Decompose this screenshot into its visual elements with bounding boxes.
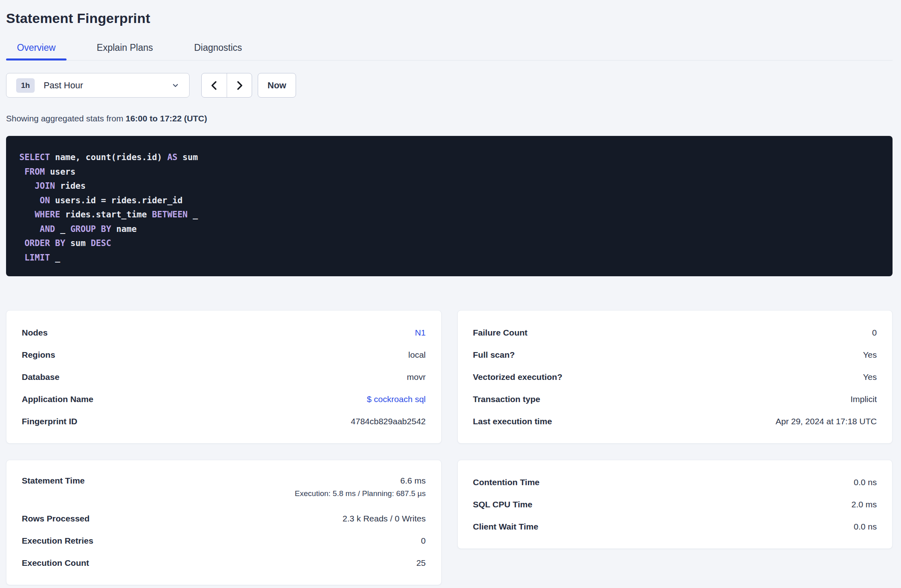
row-value: Implicit: [851, 394, 877, 404]
row-value: Yes: [863, 350, 877, 360]
stats-summary-prefix: Showing aggregated stats from: [6, 114, 126, 123]
statement-time-values: 6.6 ms Execution: 5.8 ms / Planning: 687…: [295, 476, 426, 498]
row-value: 0.0 ns: [854, 477, 877, 487]
row-application-name: Application Name $ cockroach sql: [22, 388, 426, 410]
active-tab-underline: [6, 58, 67, 60]
time-range-badge: 1h: [16, 78, 35, 93]
now-button[interactable]: Now: [258, 73, 296, 98]
details-card-grid: Nodes N1 Regions local Database movr App…: [6, 310, 893, 585]
row-client-wait-time: Client Wait Time 0.0 ns: [473, 515, 877, 538]
row-label: Nodes: [22, 328, 48, 338]
row-statement-time: Statement Time 6.6 ms Execution: 5.8 ms …: [22, 471, 426, 507]
row-value: movr: [407, 372, 426, 382]
previous-range-button[interactable]: [202, 73, 227, 97]
tab-overview-label: Overview: [17, 42, 56, 53]
time-range-picker[interactable]: 1h Past Hour: [6, 73, 190, 98]
row-value: local: [408, 350, 425, 360]
tab-explain-plans[interactable]: Explain Plans: [86, 42, 164, 60]
row-value: 6.6 ms: [400, 476, 425, 486]
chevron-left-icon: [210, 80, 219, 91]
row-value: 0.0 ns: [854, 522, 877, 532]
row-value: 2.0 ms: [851, 500, 877, 509]
row-value: Yes: [863, 372, 877, 382]
row-label: Execution Count: [22, 558, 89, 568]
row-label: Last execution time: [473, 417, 552, 426]
row-value: 2.3 k Reads / 0 Writes: [342, 514, 425, 523]
row-label: Regions: [22, 350, 55, 360]
sql-line: JOIN rides: [19, 179, 879, 194]
sql-line: LIMIT _: [19, 251, 879, 265]
row-value: 0: [421, 536, 426, 546]
row-label: Contention Time: [473, 477, 540, 487]
application-name-link[interactable]: $ cockroach sql: [367, 394, 426, 404]
row-value: 4784cb829aab2542: [351, 417, 426, 426]
chevron-down-icon: [171, 81, 179, 90]
sql-line: ORDER BY sum DESC: [19, 236, 879, 251]
execution-attributes-card: Failure Count 0 Full scan? Yes Vectorize…: [457, 310, 893, 444]
tab-diagnostics[interactable]: Diagnostics: [183, 42, 253, 60]
sql-line: ON users.id = rides.rider_id: [19, 194, 879, 208]
row-execution-retries: Execution Retries 0: [22, 530, 426, 552]
row-contention-time: Contention Time 0.0 ns: [473, 471, 877, 493]
wait-times-card: Contention Time 0.0 ns SQL CPU Time 2.0 …: [457, 460, 893, 549]
sql-line: AND _ GROUP BY name: [19, 222, 879, 237]
range-step-buttons: [201, 73, 252, 98]
row-vectorized-execution: Vectorized execution? Yes: [473, 366, 877, 388]
row-label: Application Name: [22, 394, 93, 404]
aggregated-stats-summary: Showing aggregated stats from 16:00 to 1…: [6, 114, 893, 123]
row-label: Full scan?: [473, 350, 515, 360]
row-failure-count: Failure Count 0: [473, 321, 877, 344]
row-rows-processed: Rows Processed 2.3 k Reads / 0 Writes: [22, 507, 426, 530]
row-label: Statement Time: [22, 476, 85, 486]
sql-line: FROM users: [19, 165, 879, 179]
nodes-link[interactable]: N1: [415, 328, 426, 338]
row-label: SQL CPU Time: [473, 500, 532, 509]
row-label: Execution Retries: [22, 536, 93, 546]
row-label: Client Wait Time: [473, 522, 538, 532]
statement-fingerprint-page: Statement Fingerprint Overview Explain P…: [0, 10, 901, 585]
chevron-right-icon: [235, 80, 244, 91]
statement-times-card: Statement Time 6.6 ms Execution: 5.8 ms …: [6, 460, 442, 585]
row-value: Apr 29, 2024 at 17:18 UTC: [776, 417, 877, 426]
time-range-label: Past Hour: [44, 80, 171, 91]
row-sql-cpu-time: SQL CPU Time 2.0 ms: [473, 493, 877, 515]
sql-statement-text: SELECT name, count(rides.id) AS sum FROM…: [19, 150, 879, 265]
tab-bar: Overview Explain Plans Diagnostics: [6, 42, 893, 60]
row-value: 0: [872, 328, 877, 338]
row-execution-count: Execution Count 25: [22, 552, 426, 574]
row-label: Vectorized execution?: [473, 372, 563, 382]
row-transaction-type: Transaction type Implicit: [473, 388, 877, 410]
row-label: Failure Count: [473, 328, 528, 338]
row-subvalue: Execution: 5.8 ms / Planning: 687.5 µs: [295, 489, 426, 498]
time-range-toolbar: 1h Past Hour Now: [6, 73, 893, 98]
row-nodes: Nodes N1: [22, 321, 426, 344]
row-full-scan: Full scan? Yes: [473, 344, 877, 366]
row-fingerprint-id: Fingerprint ID 4784cb829aab2542: [22, 410, 426, 432]
row-label: Rows Processed: [22, 514, 90, 523]
row-database: Database movr: [22, 366, 426, 388]
next-range-button[interactable]: [227, 73, 252, 97]
tab-explain-plans-label: Explain Plans: [97, 42, 153, 53]
tab-overview[interactable]: Overview: [6, 42, 67, 60]
row-label: Transaction type: [473, 394, 540, 404]
row-last-execution-time: Last execution time Apr 29, 2024 at 17:1…: [473, 410, 877, 432]
row-regions: Regions local: [22, 344, 426, 366]
sql-line: WHERE rides.start_time BETWEEN _: [19, 208, 879, 222]
row-value: 25: [416, 558, 425, 568]
sql-line: SELECT name, count(rides.id) AS sum: [19, 150, 879, 165]
row-label: Database: [22, 372, 59, 382]
tab-diagnostics-label: Diagnostics: [194, 42, 242, 53]
statement-details-card: Nodes N1 Regions local Database movr App…: [6, 310, 442, 444]
row-label: Fingerprint ID: [22, 417, 77, 426]
sql-statement-block: SELECT name, count(rides.id) AS sum FROM…: [6, 136, 893, 276]
stats-summary-range: 16:00 to 17:22 (UTC): [126, 114, 207, 123]
page-title: Statement Fingerprint: [6, 10, 893, 26]
